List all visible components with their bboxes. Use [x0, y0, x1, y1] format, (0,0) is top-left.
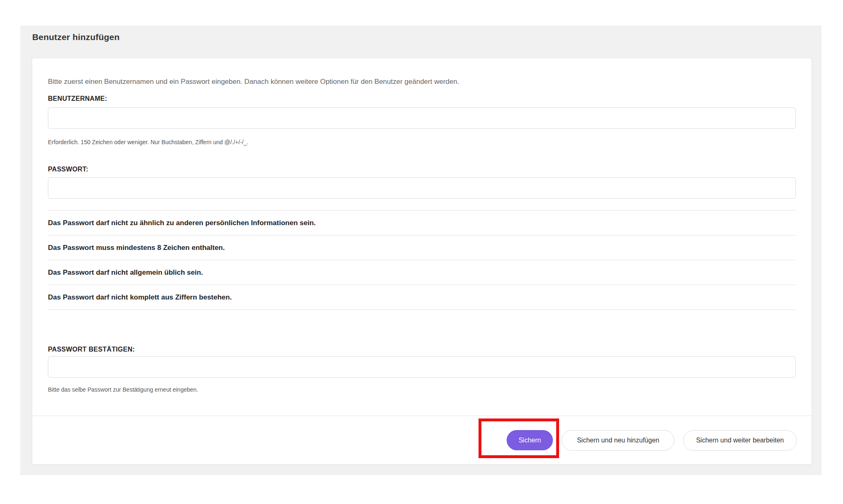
password-label: PASSWORT: — [48, 165, 796, 174]
username-label: BENUTZERNAME: — [48, 95, 796, 103]
add-user-form-card: Bitte zuerst einen Benutzernamen und ein… — [32, 58, 812, 465]
password-confirm-label: PASSWORT BESTÄTIGEN: — [48, 345, 796, 354]
password-confirm-input[interactable] — [48, 356, 796, 378]
save-button[interactable]: Sichern — [507, 430, 553, 450]
save-and-continue-button[interactable]: Sichern und weiter bearbeiten — [683, 430, 797, 451]
password-input[interactable] — [48, 177, 796, 199]
page-title: Benutzer hinzufügen — [20, 26, 822, 43]
form-body: Bitte zuerst einen Benutzernamen und ein… — [32, 77, 812, 393]
save-and-add-button[interactable]: Sichern und neu hinzufügen — [562, 430, 674, 451]
form-intro-text: Bitte zuerst einen Benutzernamen und ein… — [48, 77, 796, 87]
password-rule: Das Passwort muss mindestens 8 Zeichen e… — [48, 235, 796, 260]
password-rule: Das Passwort darf nicht komplett aus Zif… — [48, 285, 796, 310]
username-help-text: Erforderlich. 150 Zeichen oder weniger. … — [48, 138, 796, 146]
username-input[interactable] — [48, 107, 796, 129]
content-panel: Benutzer hinzufügen Bitte zuerst einen B… — [20, 26, 822, 475]
page: { "page": { "title": "Benutzer hinzufüge… — [0, 0, 843, 504]
password-confirm-help-text: Bitte das selbe Passwort zur Bestätigung… — [48, 386, 796, 393]
password-rule: Das Passwort darf nicht zu ähnlich zu an… — [48, 210, 796, 235]
form-footer: Sichern Sichern und neu hinzufügen Siche… — [32, 416, 812, 464]
password-rule: Das Passwort darf nicht allgemein üblich… — [48, 260, 796, 285]
password-rules-list: Das Passwort darf nicht zu ähnlich zu an… — [48, 210, 796, 310]
